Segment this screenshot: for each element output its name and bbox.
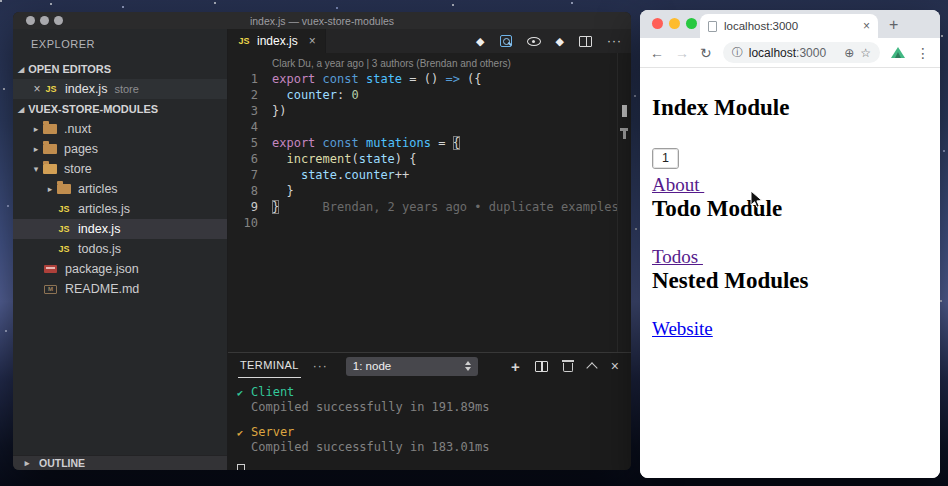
about-link[interactable]: About xyxy=(652,174,704,195)
kill-terminal-icon[interactable] xyxy=(563,363,573,372)
website-link[interactable]: Website xyxy=(652,318,713,339)
zoom-icon[interactable]: ⊕ xyxy=(844,46,854,60)
line-number: 1 xyxy=(228,71,272,87)
terminal-selector[interactable]: 1: node xyxy=(346,357,478,376)
zoom-window-button[interactable] xyxy=(54,16,63,25)
code-line-10[interactable]: 10 xyxy=(228,215,631,231)
page-content: Index Module 1 About Todo Module Todos N… xyxy=(640,68,940,478)
more-actions-icon[interactable]: ··· xyxy=(607,35,622,47)
new-terminal-icon[interactable]: + xyxy=(511,359,520,374)
search-commits-icon[interactable] xyxy=(500,35,512,47)
line-number: 5 xyxy=(228,135,272,151)
editor-group: JS index.js × ◆ ◆ ··· Clark Du, a year a… xyxy=(228,29,631,470)
code-line-4[interactable]: 4 xyxy=(228,119,631,135)
minimize-window-button[interactable] xyxy=(40,16,49,25)
counter-button[interactable]: 1 xyxy=(652,148,679,169)
zoom-window-button[interactable] xyxy=(686,18,697,29)
tree-item-store[interactable]: ▾ store xyxy=(13,159,227,179)
new-tab-button[interactable]: + xyxy=(889,16,898,34)
js-file-icon: JS xyxy=(57,224,71,234)
gitlens-icon[interactable]: ◆ xyxy=(476,36,484,47)
vscode-titlebar[interactable]: index.js — vuex-store-modules xyxy=(13,12,631,29)
chevron-right-icon: ▸ xyxy=(29,144,43,154)
window-controls[interactable] xyxy=(26,16,63,25)
split-editor-icon[interactable] xyxy=(579,36,592,47)
mouse-cursor xyxy=(750,190,763,209)
code-line-8[interactable]: 8 } xyxy=(228,183,631,199)
site-info-icon[interactable]: ⓘ xyxy=(732,45,743,60)
code-line-3[interactable]: 3}) xyxy=(228,103,631,119)
tree-item-articles-folder[interactable]: ▸ articles xyxy=(13,179,227,199)
tree-item-indexjs-selected[interactable]: JS index.js xyxy=(13,219,227,239)
open-editors-label: OPEN EDITORS xyxy=(28,63,111,75)
tree-item-readme[interactable]: M README.md xyxy=(13,279,227,299)
tab-close-icon[interactable]: × xyxy=(863,19,870,33)
tree-item-todosjs[interactable]: JS todos.js xyxy=(13,239,227,259)
tree-item-label: articles.js xyxy=(78,202,130,216)
browser-tab[interactable]: localhost:3000 × xyxy=(700,14,878,38)
close-window-button[interactable] xyxy=(652,18,663,29)
tab-indexjs[interactable]: JS index.js × xyxy=(228,29,326,53)
line-number: 8 xyxy=(228,183,272,199)
tree-item-label: todos.js xyxy=(78,242,121,256)
tree-item-label: index.js xyxy=(78,222,120,236)
tree-item-label: articles xyxy=(78,182,118,196)
tree-item-articlesjs[interactable]: JS articles.js xyxy=(13,199,227,219)
close-editor-icon[interactable]: × xyxy=(30,82,44,96)
gitlens-compare-icon[interactable]: ◆ xyxy=(556,36,564,47)
line-number: 7 xyxy=(228,167,272,183)
open-editor-item-indexjs[interactable]: × JS index.js store xyxy=(13,79,227,99)
line-number: 6 xyxy=(228,151,272,167)
project-section[interactable]: ◢ VUEX-STORE-MODULES xyxy=(13,99,227,119)
line-number: 10 xyxy=(228,215,272,231)
browser-menu-icon[interactable]: ⋮ xyxy=(916,45,930,61)
vscode-window: index.js — vuex-store-modules EXPLORER ◢… xyxy=(13,12,631,470)
code-line-1[interactable]: 1export const state = () => ({ xyxy=(228,71,631,87)
tree-item-label: pages xyxy=(64,142,98,156)
code-lines: 1export const state = () => ({2 counter:… xyxy=(228,71,631,231)
open-editors-section[interactable]: ◢ OPEN EDITORS xyxy=(13,59,227,79)
minimize-window-button[interactable] xyxy=(669,18,680,29)
tab-close-icon[interactable]: × xyxy=(309,34,316,48)
line-number: 9 xyxy=(228,199,272,215)
folder-icon xyxy=(43,144,57,154)
reload-button[interactable]: ↻ xyxy=(700,46,712,60)
terminal-tab[interactable]: TERMINAL xyxy=(238,354,301,378)
split-terminal-icon[interactable] xyxy=(535,361,548,372)
forward-button[interactable]: → xyxy=(675,46,689,60)
editor-tabbar: JS index.js × ◆ ◆ ··· xyxy=(228,29,631,53)
open-editor-filename: index.js xyxy=(65,82,107,96)
vue-devtools-icon[interactable] xyxy=(891,47,905,58)
overview-ruler[interactable] xyxy=(617,53,631,352)
terminal-client-detail: Compiled successfully in 191.89ms xyxy=(237,400,631,415)
terminal-output[interactable]: ✔ Client Compiled successfully in 191.89… xyxy=(228,379,631,470)
code-line-6[interactable]: 6 increment(state) { xyxy=(228,151,631,167)
todo-module-heading: Todo Module xyxy=(652,195,928,222)
tab-label: index.js xyxy=(257,34,298,48)
code-line-5[interactable]: 5export const mutations = { xyxy=(228,135,631,151)
address-bar[interactable]: ⓘ localhost:3000 ⊕ ☆ xyxy=(723,42,880,63)
tree-item-pages[interactable]: ▸ pages xyxy=(13,139,227,159)
code-line-9[interactable]: 9} Brendan, 2 years ago • duplicate exam… xyxy=(228,199,631,215)
project-label: VUEX-STORE-MODULES xyxy=(28,103,158,115)
tree-item-packagejson[interactable]: package.json xyxy=(13,259,227,279)
outline-section[interactable]: ▸ OUTLINE xyxy=(13,455,227,470)
check-icon: ✔ xyxy=(237,425,245,440)
tree-item-nuxt[interactable]: ▸ .nuxt xyxy=(13,119,227,139)
terminal-more-icon[interactable]: ··· xyxy=(313,359,328,373)
code-editor[interactable]: Clark Du, a year ago | 3 authors (Brenda… xyxy=(228,53,631,352)
code-line-7[interactable]: 7 state.counter++ xyxy=(228,167,631,183)
toggle-blame-eye-icon[interactable] xyxy=(527,37,541,46)
close-panel-icon[interactable]: × xyxy=(611,359,619,373)
maximize-panel-icon[interactable] xyxy=(586,362,597,373)
browser-window-controls[interactable] xyxy=(652,18,697,29)
codelens-annotation[interactable]: Clark Du, a year ago | 3 authors (Brenda… xyxy=(228,53,631,71)
close-window-button[interactable] xyxy=(26,16,35,25)
back-button[interactable]: ← xyxy=(650,46,664,60)
code-line-2[interactable]: 2 counter: 0 xyxy=(228,87,631,103)
chevron-right-icon: ▸ xyxy=(43,184,57,194)
chevron-down-icon: ▾ xyxy=(29,164,43,174)
todos-link[interactable]: Todos xyxy=(652,246,703,267)
bookmark-star-icon[interactable]: ☆ xyxy=(860,46,871,60)
npm-icon xyxy=(44,265,57,273)
